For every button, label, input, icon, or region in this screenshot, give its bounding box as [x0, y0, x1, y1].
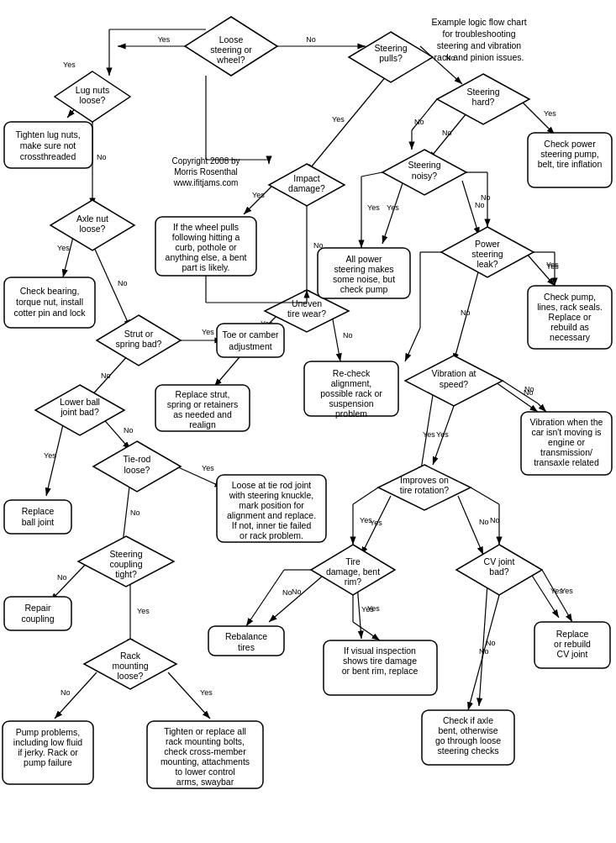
svg-text:Re-check: Re-check [333, 368, 371, 378]
svg-text:Yes: Yes [423, 430, 435, 439]
no-label: No [306, 35, 316, 44]
svg-text:Tie-rod: Tie-rod [124, 454, 151, 464]
svg-text:tire rotation?: tire rotation? [400, 485, 450, 495]
svg-text:tires: tires [238, 642, 255, 652]
svg-text:including low fluid: including low fluid [13, 737, 82, 747]
svg-text:No: No [445, 54, 455, 62]
svg-text:CV joint: CV joint [557, 649, 588, 659]
svg-text:hard?: hard? [472, 97, 495, 107]
svg-text:or bent rim, replace: or bent rim, replace [342, 666, 419, 676]
svg-text:No: No [479, 647, 489, 656]
svg-text:tight?: tight? [115, 569, 137, 579]
svg-text:some noise, but: some noise, but [333, 274, 395, 284]
svg-text:Replace: Replace [556, 629, 589, 639]
svg-text:No: No [475, 201, 485, 209]
svg-text:Yes: Yes [332, 115, 345, 124]
svg-text:Axle nut: Axle nut [76, 213, 108, 224]
svg-text:for troubleshooting: for troubleshooting [443, 29, 516, 39]
svg-text:loose?: loose? [80, 95, 106, 105]
svg-text:spring bad?: spring bad? [116, 339, 162, 349]
svg-text:crossthreaded: crossthreaded [20, 151, 76, 161]
svg-text:Yes: Yes [546, 262, 559, 271]
svg-text:if jerky. Rack or: if jerky. Rack or [18, 747, 78, 757]
yes-label: Yes [158, 35, 171, 44]
svg-text:Steering: Steering [466, 87, 499, 97]
svg-text:to lower control: to lower control [175, 767, 234, 777]
svg-text:Yes: Yes [252, 191, 265, 199]
svg-text:Rack: Rack [120, 651, 141, 661]
svg-text:Yes: Yes [202, 328, 214, 336]
svg-text:No: No [461, 308, 471, 317]
flowchart-container: Example logic flow chart for troubleshoo… [0, 0, 616, 843]
svg-text:Check if axle: Check if axle [443, 715, 493, 725]
svg-text:noisy?: noisy? [412, 171, 438, 181]
svg-text:pump failure: pump failure [24, 757, 72, 767]
svg-text:Check bearing,: Check bearing, [20, 286, 80, 296]
svg-text:arms, swaybar: arms, swaybar [176, 777, 234, 787]
svg-text:tire wear?: tire wear? [287, 308, 326, 319]
svg-text:spring or retainers: spring or retainers [167, 399, 239, 409]
svg-text:adjustment: adjustment [229, 341, 271, 351]
svg-text:Replace strut,: Replace strut, [176, 389, 230, 399]
svg-text:belt, tire inflation: belt, tire inflation [538, 159, 603, 169]
svg-text:leak?: leak? [476, 259, 498, 269]
svg-text:Loose at tie rod joint: Loose at tie rod joint [232, 480, 312, 490]
svg-text:No: No [97, 153, 107, 161]
svg-text:ball joint: ball joint [22, 517, 55, 527]
svg-text:engine or: engine or [548, 437, 585, 447]
svg-text:Yes: Yes [387, 203, 399, 212]
svg-text:mounting, attachments: mounting, attachments [161, 756, 250, 767]
svg-text:No: No [524, 385, 534, 393]
svg-text:If the wheel pulls: If the wheel pulls [173, 222, 239, 232]
svg-text:go through loose: go through loose [435, 735, 501, 746]
svg-text:speed?: speed? [440, 379, 469, 389]
svg-text:torque nut, install: torque nut, install [16, 297, 83, 307]
svg-text:Check pump,: Check pump, [544, 292, 596, 302]
svg-text:Yes: Yes [63, 61, 76, 69]
svg-text:No: No [124, 426, 134, 435]
svg-text:Yes: Yes [544, 109, 556, 118]
svg-text:coupling: coupling [21, 614, 54, 624]
svg-text:If visual inspection: If visual inspection [344, 645, 416, 656]
svg-text:rack mounting bolts,: rack mounting bolts, [166, 736, 245, 746]
svg-text:loose?: loose? [124, 465, 150, 475]
svg-text:steering: steering [471, 249, 503, 259]
svg-text:alignment,: alignment, [331, 378, 371, 388]
svg-text:No: No [343, 331, 353, 340]
description-text: Example logic flow chart [431, 17, 526, 27]
svg-text:Yes: Yes [436, 430, 449, 439]
svg-text:rebuild as: rebuild as [550, 322, 589, 332]
svg-text:steering makes: steering makes [334, 264, 393, 274]
svg-text:with steering knuckle,: with steering knuckle, [229, 490, 313, 500]
svg-text:Strut or: Strut or [124, 329, 154, 339]
svg-text:Tighten lug nuts,: Tighten lug nuts, [15, 129, 80, 140]
svg-text:loose?: loose? [118, 671, 144, 681]
svg-text:necessary: necessary [550, 332, 591, 342]
svg-text:Yes: Yes [137, 607, 150, 615]
svg-text:transaxle related: transaxle related [534, 457, 599, 467]
svg-text:www.ifitjams.com: www.ifitjams.com [173, 178, 239, 187]
svg-text:Replace or: Replace or [549, 312, 592, 322]
svg-text:Tire: Tire [345, 556, 361, 566]
svg-text:No: No [130, 508, 140, 517]
svg-text:bad?: bad? [489, 566, 509, 577]
svg-text:Vibration when the: Vibration when the [530, 417, 603, 427]
svg-text:pulls?: pulls? [379, 53, 403, 63]
svg-text:Yes: Yes [202, 464, 214, 472]
svg-text:No: No [101, 371, 111, 380]
svg-text:alignment and replace.: alignment and replace. [227, 510, 316, 520]
svg-text:lines, rack seals.: lines, rack seals. [537, 302, 603, 312]
svg-text:check cross-member: check cross-member [164, 746, 246, 756]
svg-text:car isn't moving is: car isn't moving is [531, 427, 601, 437]
svg-text:No: No [292, 587, 302, 596]
svg-text:Improves on: Improves on [400, 475, 449, 485]
svg-text:mounting: mounting [112, 661, 148, 671]
svg-text:part is likely.: part is likely. [182, 262, 230, 272]
svg-text:problem: problem [335, 408, 367, 419]
svg-text:or rebuild: or rebuild [554, 639, 591, 649]
svg-text:No: No [118, 279, 128, 287]
svg-text:steering pump,: steering pump, [540, 149, 598, 159]
svg-text:possible rack or: possible rack or [320, 388, 382, 398]
svg-text:No: No [282, 588, 292, 597]
svg-text:CV joint: CV joint [484, 556, 515, 566]
